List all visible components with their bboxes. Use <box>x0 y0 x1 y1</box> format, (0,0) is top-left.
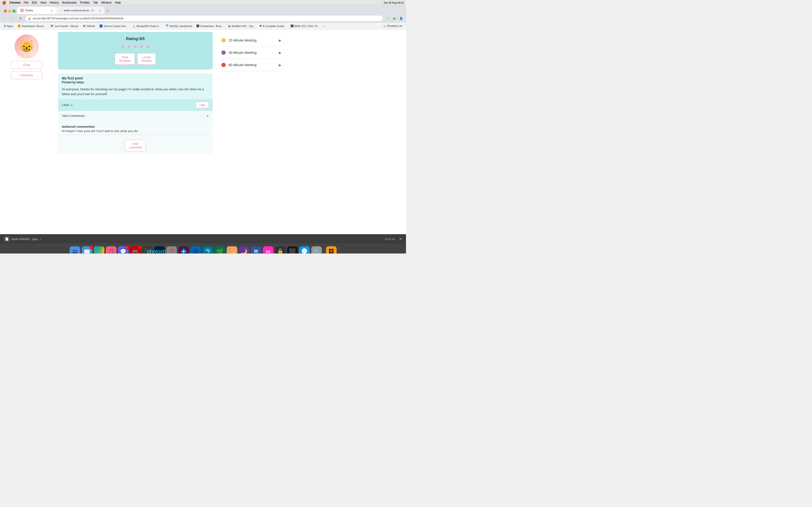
add-comment-button[interactable]: Addcomment <box>125 140 146 151</box>
menu-history[interactable]: History <box>50 1 59 4</box>
meeting-label-30: 30 Minute Meeting <box>229 51 276 55</box>
bookmark-dashboard[interactable]: 🟠 Dashboard | Bootc... <box>15 23 48 29</box>
app-name[interactable]: Chrome <box>9 1 20 4</box>
bookmark-github[interactable]: 🐙 GitHub <box>81 23 97 29</box>
meeting-60min[interactable]: 60 Minute Meeting ▶ <box>221 59 281 71</box>
apple-menu[interactable]: 🍎 <box>2 1 6 5</box>
like-button[interactable]: Like <box>196 102 209 108</box>
download-file-name: photo-1536329....jpeg <box>12 237 38 240</box>
dock-mail-badge: 4 <box>90 245 93 249</box>
post-title: My first post! <box>62 76 209 80</box>
chat-button[interactable]: Chat <box>11 61 42 69</box>
new-tab-button[interactable]: + <box>104 7 111 14</box>
dock-pokemon-badge: 1 <box>138 245 141 249</box>
close-download-bar-button[interactable]: ✕ <box>399 237 402 241</box>
menu-help[interactable]: Help <box>115 1 121 4</box>
dock-slack[interactable]: 💠 <box>179 246 189 254</box>
star-2: ★ <box>126 44 132 50</box>
star-3: ★ <box>133 44 138 50</box>
tab-close-notebook[interactable]: ✕ <box>98 9 101 12</box>
url-text: secure-falls-86718.herokuapp.com/user-pr… <box>33 17 380 20</box>
bookmark-mysql[interactable]: 🐬 MySQL cheatsheet <box>163 23 194 29</box>
comments-toggle-icon: ∧ <box>206 114 209 118</box>
dock-finder[interactable]: 🗂 <box>69 246 80 254</box>
dock-zerotier[interactable]: 🔒 <box>275 246 286 254</box>
bookmark-guide[interactable]: ✱ A Complete Guide... <box>258 23 288 29</box>
view-reviews-button[interactable]: ViewReviews <box>115 53 135 65</box>
meeting-15min[interactable]: 15 Minute Meeting ▶ <box>221 34 281 47</box>
followers-button[interactable]: Followers <box>11 71 42 79</box>
bookmark-bem[interactable]: 🅱 BEM 101 | CSS–Tri... <box>289 23 322 29</box>
bookmark-gitlab[interactable]: 🦊 Lee Farnell · GitLab <box>48 23 80 29</box>
back-button[interactable]: ‹ <box>2 15 8 21</box>
post-card: My first post! Posted by katya Hi everyo… <box>58 73 213 154</box>
dock-music[interactable]: 🎵 <box>106 246 116 254</box>
dock-datagrip[interactable]: 🌿 <box>215 246 225 254</box>
comment-item: leefarnell commented: Hi Katya! I love y… <box>62 123 209 135</box>
menu-view[interactable]: View <box>40 1 46 4</box>
profile-icon[interactable]: 👤 <box>398 15 404 21</box>
bookmark-apps[interactable]: ⊞ Apps <box>2 23 15 29</box>
menu-bookmarks[interactable]: Bookmarks <box>62 1 77 4</box>
show-all-button[interactable]: Show all <box>385 237 395 240</box>
dock-pen[interactable]: ✏️ <box>227 246 237 254</box>
left-sidebar: 😸 Chat Followers <box>0 30 53 234</box>
bookmark-weather[interactable]: 🌤 Weather API – Op... <box>226 23 257 29</box>
download-item: 📄 photo-1536329....jpeg ∧ <box>4 236 41 242</box>
mac-menubar: 🍎 Chrome File Edit View History Bookmark… <box>0 0 406 5</box>
dock-settings[interactable]: ⚙️ <box>311 246 322 254</box>
extensions-icon[interactable]: 🧩 <box>392 15 397 21</box>
dock-xd[interactable]: Xd <box>263 246 273 254</box>
dock-arc[interactable]: 🌙 <box>239 246 249 254</box>
menu-profiles[interactable]: Profiles <box>80 1 90 4</box>
tab-pridely[interactable]: P Pridely ✕ <box>17 7 56 14</box>
download-chevron[interactable]: ∧ <box>39 238 41 240</box>
lock-icon: 🔒 <box>28 17 31 20</box>
leave-review-button[interactable]: LeaveReview <box>137 53 156 65</box>
dock-pokemon[interactable]: 🎮 1 <box>130 246 141 254</box>
bookmark-reading-list[interactable]: 📖 Reading List <box>382 23 404 29</box>
tab-notebook[interactable]: 📄 white notebook photo – Free P... ✕ <box>56 7 104 14</box>
meeting-arrow-60: ▶ <box>279 63 281 67</box>
forward-button[interactable]: › <box>10 15 16 21</box>
comment-text: Hi Katya! I love your art! Can't wait to… <box>62 129 209 133</box>
dock-vscode[interactable]: ⟨⟩ <box>191 246 201 254</box>
chrome-window: P Pridely ✕ 📄 white notebook photo – Fre… <box>0 5 406 253</box>
dock-chrome[interactable]: 🌐 <box>94 246 104 254</box>
star-icon[interactable]: ☆ <box>385 15 391 21</box>
minimize-window-btn[interactable] <box>8 10 11 12</box>
dock-mail[interactable]: ✉️ 4 <box>82 246 92 254</box>
bookmark-career[interactable]: 🟦 Intro to Career Ser... <box>97 23 130 29</box>
window-controls <box>2 8 17 14</box>
dock-help[interactable]: ❓ <box>166 246 177 254</box>
tab-close-pridely[interactable]: ✕ <box>50 9 53 12</box>
meeting-label-60: 60 Minute Meeting <box>229 63 276 67</box>
dock-discord[interactable]: 💬 1 <box>118 246 129 254</box>
bookmark-mongodb[interactable]: 🍃 MongoDB Cheat S... <box>130 23 163 29</box>
dock-photoshop[interactable]: photoshop <box>154 246 165 254</box>
comments-header[interactable]: View Comments ∧ <box>58 111 213 120</box>
tab-favicon-notebook: 📄 <box>59 9 62 12</box>
dock-photos[interactable]: 🖼 <box>326 246 337 254</box>
menubar-right: Sat 28 Aug 09:01 <box>384 1 404 4</box>
dock-mysql[interactable]: 🐬 <box>203 246 213 254</box>
fullscreen-window-btn[interactable] <box>12 10 15 12</box>
bookmark-more[interactable]: » <box>322 23 326 29</box>
bookmark-bootstrap[interactable]: 🅱 Cheatsheet · Boot... <box>195 23 225 29</box>
close-window-btn[interactable] <box>4 10 7 12</box>
url-bar[interactable]: 🔒 secure-falls-86718.herokuapp.com/user-… <box>25 15 383 21</box>
menu-file[interactable]: File <box>24 1 28 4</box>
center-content: Rating:5/5 ★ ★ ★ ★ ★ ViewReviews LeaveRe… <box>53 30 217 234</box>
meeting-30min[interactable]: 30 Minute Meeting ▶ <box>221 47 281 59</box>
post-author: Posted by katya <box>62 80 209 84</box>
dock-appstore[interactable]: 🅐 <box>299 246 310 254</box>
menu-edit[interactable]: Edit <box>32 1 37 4</box>
star-5: ★ <box>146 44 150 50</box>
dock-terminal[interactable]: ⬛ <box>287 246 298 254</box>
address-right-icons: ☆ 🧩 👤 <box>385 15 404 21</box>
menu-window[interactable]: Window <box>101 1 112 4</box>
reload-button[interactable]: ↻ <box>17 15 24 21</box>
stars-container: ★ ★ ★ ★ ★ <box>63 44 208 50</box>
menu-tab[interactable]: Tab <box>93 1 98 4</box>
dock-word[interactable]: W <box>251 246 261 254</box>
